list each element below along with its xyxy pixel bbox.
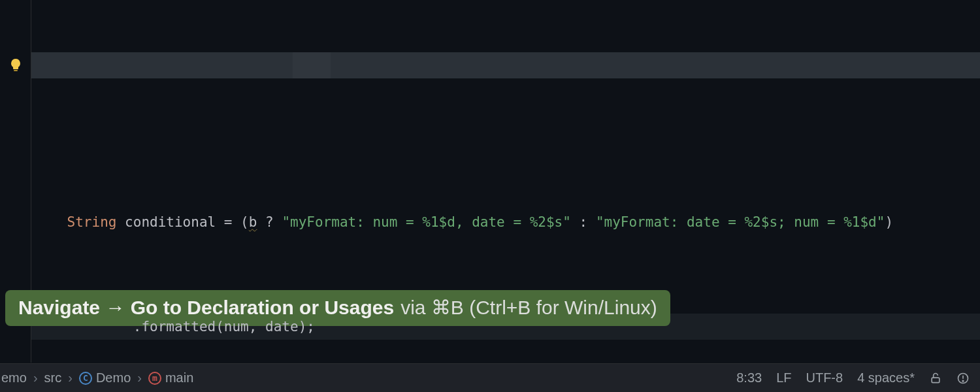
svg-point-4	[962, 380, 964, 382]
breadcrumb-item-class[interactable]: C Demo	[79, 370, 131, 385]
text-selection	[293, 52, 331, 78]
line-separator[interactable]: LF	[776, 370, 791, 385]
method-icon: m	[148, 372, 161, 385]
current-line-highlight	[31, 52, 980, 78]
cursor-position[interactable]: 8:33	[736, 370, 762, 385]
warning-circle-icon[interactable]	[956, 372, 970, 385]
breadcrumb-item-src[interactable]: src	[44, 370, 62, 385]
chevron-right-icon: ›	[137, 370, 142, 385]
class-icon: C	[79, 372, 92, 385]
status-right: 8:33 LF UTF-8 4 spaces*	[736, 370, 980, 385]
lock-open-icon[interactable]	[929, 372, 942, 385]
status-bar: emo › src › C Demo › m main 8:33 LF UTF-…	[0, 363, 980, 392]
breadcrumb[interactable]: emo › src › C Demo › m main	[0, 370, 736, 385]
tip-action: Navigate → Go to Declaration or Usages	[18, 295, 394, 320]
code-editor[interactable]: String conditional = (b ? "myFormat: num…	[0, 0, 980, 363]
file-encoding[interactable]: UTF-8	[806, 370, 843, 385]
chevron-right-icon: ›	[33, 370, 38, 385]
svg-rect-0	[14, 70, 18, 71]
svg-rect-1	[932, 378, 939, 383]
chevron-right-icon: ›	[68, 370, 73, 385]
breadcrumb-item-method[interactable]: m main	[148, 370, 193, 385]
tip-shortcut: via ⌘B (Ctrl+B for Win/Linux)	[400, 295, 657, 320]
indent-settings[interactable]: 4 spaces*	[857, 370, 915, 385]
breadcrumb-item-project[interactable]: emo	[1, 370, 27, 385]
code-line-1: String conditional = (b ? "myFormat: num…	[31, 183, 980, 235]
lightbulb-icon[interactable]	[8, 57, 24, 73]
